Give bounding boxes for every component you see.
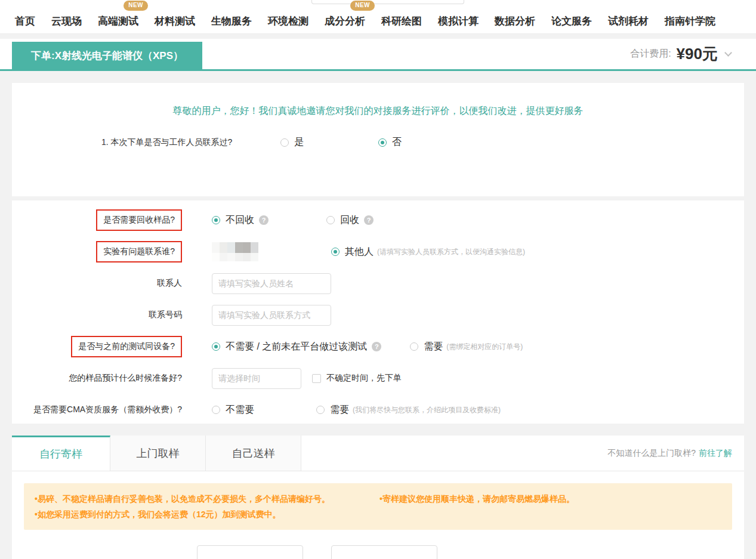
- shipping-input-1[interactable]: [197, 545, 303, 559]
- help-icon[interactable]: [372, 342, 381, 351]
- tab-self-deliver[interactable]: 自己送样: [206, 436, 301, 471]
- nav-item-material-test[interactable]: 材料测试: [155, 16, 195, 27]
- radio-circle: [410, 342, 418, 351]
- nav-item-bio-service[interactable]: 生物服务: [211, 16, 252, 27]
- row-contact-who: 实验有问题联系谁? 其他人: [12, 241, 744, 262]
- sample-ready-label: 您的样品预计什么时候准备好?: [69, 373, 182, 384]
- cma-yes-hint: (我们将尽快与您联系，介绍此项目及收费标准): [353, 405, 501, 415]
- help-icon[interactable]: [364, 215, 374, 225]
- notice-item-courier: •寄样建议您使用顺丰快递，请勿邮寄易燃易爆样品。: [379, 491, 575, 507]
- radio-label: 否: [392, 136, 402, 149]
- survey-greeting: 尊敬的用户，您好！我们真诚地邀请您对我们的对接服务进行评价，以便我们改进，提供更…: [12, 83, 744, 118]
- shipping-notice: •易碎、不稳定样品请自行妥善包装，以免造成不必要损失，多个样品请编好号。 •寄样…: [24, 483, 732, 530]
- order-header: 下单:X射线光电子能谱仪（XPS） 合计费用: ¥90元: [0, 39, 756, 71]
- radio-contacted-no[interactable]: 否: [378, 136, 402, 149]
- pickup-help-link[interactable]: 前往了解: [699, 448, 732, 459]
- nav-item-paper-service[interactable]: 论文服务: [551, 16, 592, 27]
- contact-phone-input[interactable]: [212, 305, 331, 326]
- shipping-input-2[interactable]: [331, 545, 437, 559]
- nav-item-reagents[interactable]: 试剂耗材: [608, 16, 649, 27]
- order-detail-card: 是否需要回收样品? 不回收 回收 实验有问题联系谁?: [12, 200, 744, 424]
- chevron-down-icon[interactable]: [724, 49, 732, 57]
- radio-same-device-yes[interactable]: 需要: [410, 341, 443, 353]
- tab-label: 自行寄样: [39, 447, 82, 461]
- total-fee-label: 合计费用:: [630, 48, 671, 60]
- radio-circle-selected: [331, 248, 340, 256]
- tab-label: 自己送样: [232, 446, 275, 461]
- order-form-main: 尊敬的用户，您好！我们真诚地邀请您对我们的对接服务进行评价，以便我们改进，提供更…: [0, 71, 756, 559]
- contact-name-label: 联系人: [157, 278, 182, 289]
- nav-label: 生物服务: [211, 16, 252, 27]
- row-cma: 是否需要CMA资质服务（需额外收费）? 不需要 需要 (我们将尽快与您联系，介绍…: [12, 399, 744, 421]
- sample-ready-date-input[interactable]: [212, 368, 301, 389]
- radio-cma-yes[interactable]: 需要: [316, 404, 349, 416]
- censored-contact: [212, 242, 258, 261]
- radio-label: 回收: [340, 214, 359, 227]
- nav-item-sci-drawing[interactable]: 科研绘图: [381, 16, 422, 27]
- nav-item-home[interactable]: 首页: [15, 16, 35, 27]
- shipping-card: 自行寄样 上门取样 自己送样 不知道什么是上门取样? 前往了解 •易碎、不稳定样…: [12, 436, 744, 559]
- radio-circle-selected: [378, 138, 387, 147]
- radio-label: 是: [294, 136, 304, 149]
- nav-item-highend-test[interactable]: 高端测试NEW: [98, 16, 138, 27]
- radio-no-recycle[interactable]: 不回收: [212, 214, 254, 227]
- radio-circle: [326, 216, 335, 224]
- radio-recycle[interactable]: 回收: [326, 214, 359, 227]
- radio-other-person[interactable]: 其他人: [331, 246, 374, 258]
- clipped-tooltip: [311, 0, 464, 4]
- shipping-tabbar: 自行寄样 上门取样 自己送样 不知道什么是上门取样? 前往了解: [12, 436, 744, 471]
- new-badge: NEW: [124, 1, 148, 11]
- nav-item-simulation[interactable]: 模拟计算: [438, 16, 479, 27]
- same-device-label: 是否与之前的测试同设备?: [71, 336, 182, 357]
- nav-label: 科研绘图: [381, 16, 422, 27]
- nav-label: 模拟计算: [438, 16, 479, 27]
- top-nav: 首页 云现场 高端测试NEW 材料测试 生物服务 环境检测 成分分析NEW 科研…: [0, 0, 756, 34]
- total-fee[interactable]: 合计费用: ¥90元: [630, 44, 731, 64]
- nav-label: 数据分析: [495, 16, 535, 27]
- nav-label: 高端测试: [98, 16, 138, 27]
- nav-item-cloud-site[interactable]: 云现场: [51, 16, 82, 27]
- uncertain-time-checkbox[interactable]: [312, 374, 321, 383]
- tab-self-mail[interactable]: 自行寄样: [12, 436, 110, 471]
- total-fee-value: ¥90元: [677, 44, 718, 64]
- radio-circle: [212, 406, 220, 414]
- notice-item-freight: •如您采用运费到付的方式，我们会将运费（12元）加到测试费中。: [35, 509, 280, 519]
- other-person-hint: (请填写实验人员联系方式，以便沟通实验信息): [377, 247, 525, 257]
- row-sample-ready: 您的样品预计什么时候准备好? 不确定时间，先下单: [12, 367, 744, 389]
- radio-contacted-yes[interactable]: 是: [280, 136, 304, 149]
- nav-label: 环境检测: [268, 16, 308, 27]
- help-icon[interactable]: [259, 215, 269, 225]
- nav-item-composition-analysis[interactable]: 成分分析NEW: [325, 16, 365, 27]
- radio-label: 需要: [330, 404, 349, 416]
- cma-label: 是否需要CMA资质服务（需额外收费）?: [33, 404, 182, 415]
- row-contact-phone: 联系号码: [12, 304, 744, 326]
- nav-label: 成分分析: [325, 16, 365, 27]
- radio-label: 不回收: [226, 214, 254, 227]
- nav-label: 首页: [15, 16, 35, 27]
- radio-label: 不需要 / 之前未在平台做过该测试: [226, 341, 367, 353]
- tab-door-pickup[interactable]: 上门取样: [110, 436, 206, 471]
- nav-label: 论文服务: [551, 16, 592, 27]
- radio-circle: [280, 138, 289, 147]
- nav-item-env-test[interactable]: 环境检测: [268, 16, 308, 27]
- nav-label: 材料测试: [155, 16, 195, 27]
- page-title: 下单:X射线光电子能谱仪（XPS）: [12, 42, 202, 69]
- contact-name-input[interactable]: [212, 273, 331, 294]
- nav-item-academy[interactable]: 指南针学院: [665, 16, 715, 27]
- nav-label: 试剂耗材: [608, 16, 649, 27]
- radio-cma-no[interactable]: 不需要: [212, 404, 254, 416]
- pickup-help-text: 不知道什么是上门取样?: [607, 448, 696, 459]
- radio-label: 需要: [424, 341, 443, 353]
- radio-label: 其他人: [345, 246, 374, 258]
- radio-same-device-no[interactable]: 不需要 / 之前未在平台做过该测试: [212, 341, 367, 353]
- nav-label: 指南针学院: [665, 16, 715, 27]
- nav-item-data-analysis[interactable]: 数据分析: [495, 16, 535, 27]
- survey-card: 尊敬的用户，您好！我们真诚地邀请您对我们的对接服务进行评价，以便我们改进，提供更…: [12, 83, 744, 196]
- contact-phone-label: 联系号码: [149, 310, 182, 320]
- radio-circle-selected: [212, 342, 220, 351]
- uncertain-time-label: 不确定时间，先下单: [326, 373, 402, 384]
- recycle-label: 是否需要回收样品?: [96, 209, 182, 231]
- row-contact-name: 联系人: [12, 273, 744, 294]
- pickup-help: 不知道什么是上门取样? 前往了解: [301, 436, 744, 471]
- shipping-bottom-inputs: [197, 545, 744, 559]
